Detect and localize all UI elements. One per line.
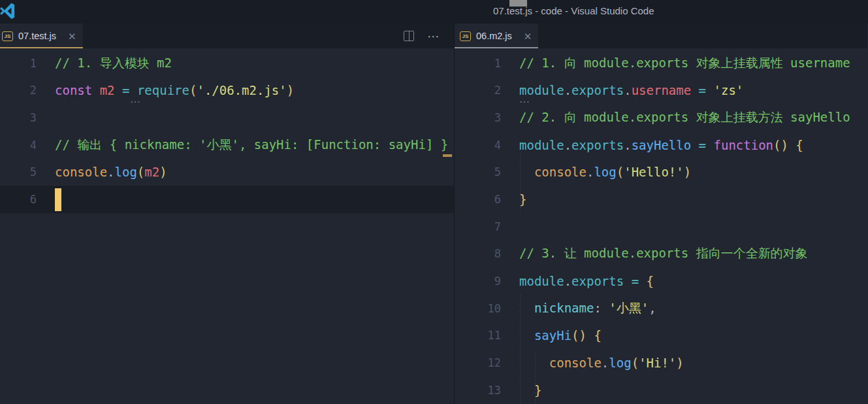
line-number: 2 [0,84,37,97]
line-number: 3 [0,111,37,124]
code-line[interactable]: 9module.exports = { [455,267,867,295]
indent-guide [520,153,521,212]
code-line[interactable]: 6 [0,186,454,213]
line-number: 9 [455,275,501,288]
line-number: 7 [455,220,501,233]
code-text: module.exports.username = 'zs' [519,83,743,97]
code-text: sayHi() { [519,328,602,343]
code-line[interactable]: 11 sayHi() { [455,322,867,350]
text-cursor [55,188,61,211]
editor-group-right: JS 06.m2.js ✕ 1// 1. 向 module.exports 对象… [455,24,867,404]
line-number: 13 [455,384,501,397]
code-line[interactable]: 7 [455,213,867,241]
code-line[interactable]: 1// 1. 向 module.exports 对象上挂载属性 username [455,50,867,77]
line-number: 8 [455,247,501,260]
editor-group-left: JS 07.test.js ✕ ⋯ 1// 1. 导入模块 m22const m… [0,24,455,404]
window-title: 07.test.js - code - Visual Studio Code [493,5,654,16]
indent-guide [535,352,536,404]
code-line[interactable]: 5 console.log('Hello!') [455,159,867,186]
line-number: 5 [455,165,501,178]
code-line[interactable]: 1// 1. 导入模块 m2 [0,50,454,77]
vscode-window: 07.test.js - code - Visual Studio Code J… [0,0,868,404]
line-number: 11 [455,329,501,342]
inlay-hint-dots: … [519,94,530,105]
code-text: console.log(m2) [55,165,167,179]
tab-label: 06.m2.js [476,31,512,41]
javascript-file-icon: JS [2,31,13,41]
code-line[interactable]: 4module.exports.sayHello = function() { [455,131,867,159]
editor-groups: JS 07.test.js ✕ ⋯ 1// 1. 导入模块 m22const m… [0,24,868,404]
inlay-hint-dots: … [130,94,141,105]
line-number: 10 [455,302,501,315]
code-text: const m2 = require('./06.m2.js') [55,83,294,97]
line-number: 4 [0,139,37,152]
line-number: 1 [455,57,501,70]
editor-right: 1// 1. 向 module.exports 对象上挂载属性 username… [455,48,867,404]
code-line[interactable]: 4// 输出 { nickname: '小黑', sayHi: [Functio… [0,131,454,159]
line-number: 1 [0,57,37,70]
code-text: module.exports.sayHello = function() { [519,138,803,152]
code-line[interactable]: 3// 2. 向 module.exports 对象上挂载方法 sayHello [455,104,867,131]
title-bar: 07.test.js - code - Visual Studio Code [0,0,868,24]
tab-06-m2-js[interactable]: JS 06.m2.js ✕ [455,24,538,48]
tab-label: 07.test.js [18,31,56,41]
line-number: 3 [455,111,501,124]
code-text [55,188,61,211]
code-text: // 1. 向 module.exports 对象上挂载属性 username [519,55,850,72]
line-number: 6 [455,193,501,206]
tab-bar-left: JS 07.test.js ✕ ⋯ [0,24,454,48]
code-line[interactable]: 2module.exports.username = 'zs' [455,77,867,105]
code-line[interactable]: 10 nickname: '小黑', [455,295,867,322]
code-text: } [519,383,541,397]
line-number: 5 [0,165,37,178]
code-text: // 3. 让 module.exports 指向一个全新的对象 [519,245,808,262]
close-tab-icon[interactable]: ✕ [68,31,76,41]
indent-guide [520,294,521,404]
close-tab-icon[interactable]: ✕ [524,31,532,41]
code-line[interactable]: 2const m2 = require('./06.m2.js') [0,77,454,105]
code-text: module.exports = { [519,274,654,288]
code-text: // 输出 { nickname: '小黑', sayHi: [Function… [55,137,448,154]
javascript-file-icon: JS [460,31,471,41]
code-line[interactable]: 5console.log(m2) [0,159,454,186]
editor-actions: ⋯ [404,24,454,48]
line-number: 2 [455,84,501,97]
tab-07-test-js[interactable]: JS 07.test.js ✕ [0,24,83,48]
code-line[interactable]: 6} [455,186,867,213]
code-text: // 1. 导入模块 m2 [55,55,172,72]
more-actions-icon[interactable]: ⋯ [427,30,440,42]
split-editor-icon[interactable] [404,31,414,41]
vscode-logo-icon [0,2,16,20]
line-number: 12 [455,356,501,369]
code-line[interactable]: 13 } [455,377,867,404]
code-text: console.log('Hello!') [519,165,691,179]
code-line[interactable]: 3 [0,104,454,131]
overview-ruler-marker [443,154,452,157]
code-line[interactable]: 8// 3. 让 module.exports 指向一个全新的对象 [455,241,867,268]
editor-left: 1// 1. 导入模块 m22const m2 = require('./06.… [0,48,454,404]
code-text: console.log('Hi!') [519,356,684,370]
tab-bar-right: JS 06.m2.js ✕ [455,24,867,48]
code-text: nickname: '小黑', [519,300,656,317]
code-line[interactable]: 12 console.log('Hi!') [455,349,867,377]
screen-artifact [509,0,527,7]
code-text: // 2. 向 module.exports 对象上挂载方法 sayHello [519,109,850,126]
line-number: 6 [0,193,37,206]
line-number: 4 [455,139,501,152]
